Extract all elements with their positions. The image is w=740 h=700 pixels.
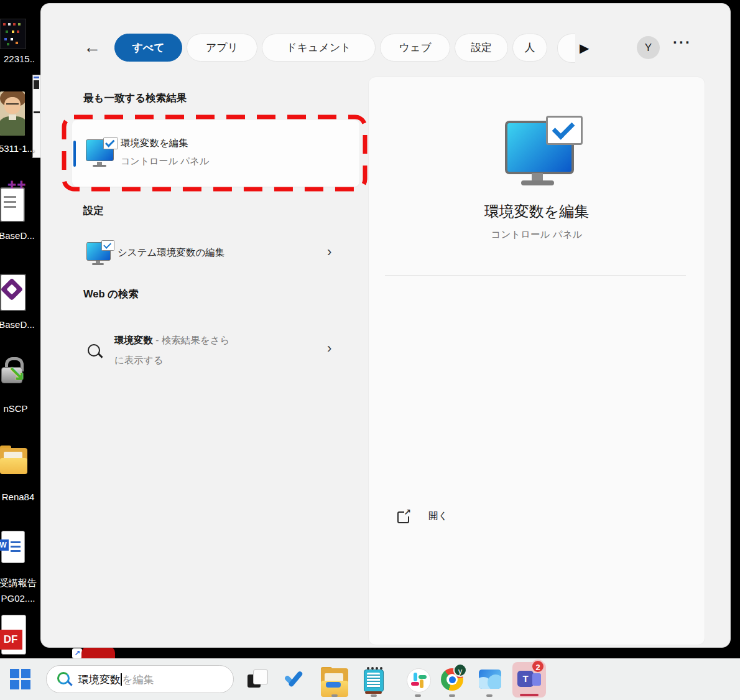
chevron-right-icon: › bbox=[327, 246, 331, 258]
settings-section-header: 設定 bbox=[83, 204, 104, 218]
desktop-icon-label: PG02.... bbox=[0, 593, 39, 604]
desktop-icon-source-file[interactable]: ✚✚ bbox=[0, 181, 29, 222]
task-view-button[interactable] bbox=[247, 670, 267, 689]
desktop-icon-winscp[interactable]: ↘ bbox=[0, 356, 29, 401]
search-icon bbox=[57, 672, 72, 687]
teams-icon: T bbox=[517, 671, 534, 687]
account-avatar[interactable]: Y bbox=[637, 36, 660, 59]
more-options-button[interactable]: ··· bbox=[673, 34, 691, 51]
web-search-section-header: Web の検索 bbox=[83, 287, 139, 301]
chevron-right-icon: › bbox=[327, 343, 331, 354]
tab-people[interactable]: 人 bbox=[512, 34, 547, 62]
open-action[interactable]: ↗ 開く bbox=[369, 289, 705, 320]
preview-pane: 環境変数を編集 コントロール パネル ↗ 開く bbox=[368, 77, 705, 645]
running-indicator bbox=[449, 694, 455, 697]
chrome-app-button[interactable]: y bbox=[441, 668, 465, 692]
desktop-icon-portrait[interactable] bbox=[0, 91, 25, 136]
web-search-query: 環境変数 bbox=[114, 335, 153, 345]
word-icon: W bbox=[0, 539, 9, 551]
notepad-app-button[interactable] bbox=[364, 667, 384, 694]
preview-title: 環境変数を編集 bbox=[369, 202, 705, 222]
slack-app-button[interactable] bbox=[407, 668, 431, 693]
settings-result-item[interactable]: システム環境変数の編集 › bbox=[72, 235, 359, 270]
active-app-indicator bbox=[520, 694, 539, 696]
settings-result-label: システム環境変数の編集 bbox=[118, 246, 224, 259]
back-button[interactable]: ← bbox=[83, 35, 101, 60]
pdf-icon: DF bbox=[0, 630, 22, 650]
open-external-icon: ↗ bbox=[397, 511, 409, 523]
typed-text: 環境変数 bbox=[78, 674, 121, 686]
web-search-suffix-2: に表示する bbox=[114, 355, 164, 365]
tab-documents[interactable]: ドキュメント bbox=[262, 34, 376, 62]
preview-subtitle: コントロール パネル bbox=[369, 228, 705, 241]
scroll-tabs-button[interactable]: ▶ bbox=[580, 36, 589, 60]
photos-app-button[interactable] bbox=[479, 670, 501, 689]
desktop-icon-label: BaseD... bbox=[0, 319, 37, 330]
tab-settings[interactable]: 設定 bbox=[455, 34, 508, 62]
desktop-icon-game[interactable] bbox=[0, 19, 26, 49]
green-arrow-icon: ↘ bbox=[7, 361, 25, 386]
search-icon bbox=[88, 344, 104, 360]
shortcut-arrow-icon: ↗ bbox=[72, 648, 82, 658]
web-search-result-item[interactable]: 環境変数 - 検索結果をさら に表示する › bbox=[72, 324, 359, 373]
teams-app-button[interactable]: T 2 bbox=[512, 662, 546, 698]
desktop-icon-visual-studio[interactable] bbox=[0, 270, 29, 311]
tab-web[interactable]: ウェブ bbox=[380, 34, 450, 62]
desktop-icon-label: Rena84 bbox=[0, 492, 39, 502]
web-search-suffix: - 検索結果をさら bbox=[153, 335, 229, 345]
search-filter-tabs: すべて アプリ ドキュメント ウェブ 設定 人 bbox=[114, 34, 547, 62]
teams-notification-badge: 2 bbox=[531, 660, 545, 673]
annotation-highlight-box bbox=[61, 114, 368, 192]
start-button[interactable] bbox=[10, 669, 31, 690]
running-indicator bbox=[486, 694, 493, 697]
plus-plus-icon: ✚✚ bbox=[7, 179, 27, 192]
search-flyout-panel: ← すべて アプリ ドキュメント ウェブ 設定 人 ▶ Y ··· 最も一致する… bbox=[40, 3, 731, 648]
divider bbox=[385, 275, 686, 276]
desktop-icon-label: 5311-1... bbox=[0, 143, 37, 154]
desktop-icon-label: 受講報告 bbox=[0, 577, 39, 589]
partial-desktop-icon[interactable] bbox=[81, 646, 115, 658]
chrome-profile-badge: y bbox=[453, 663, 467, 677]
running-indicator bbox=[415, 694, 421, 697]
tab-overflow-partial[interactable] bbox=[557, 34, 575, 63]
file-explorer-button[interactable] bbox=[321, 667, 348, 696]
tab-all[interactable]: すべて bbox=[114, 34, 182, 62]
desktop-icon-pdf[interactable]: DF bbox=[0, 615, 27, 658]
desktop-icon-word-document[interactable]: W bbox=[0, 531, 27, 572]
inline-suggestion: を編集 bbox=[122, 674, 154, 686]
todo-app-button[interactable] bbox=[284, 670, 307, 689]
desktop-icon-label: nSCP bbox=[0, 403, 36, 414]
running-indicator bbox=[331, 694, 338, 697]
running-indicator bbox=[371, 694, 377, 697]
desktop-icon-folder[interactable] bbox=[0, 446, 27, 475]
desktop-icon-label: 22315.. bbox=[0, 54, 40, 64]
taskbar-search-input[interactable]: 環境変数を編集 bbox=[78, 673, 154, 687]
open-label: 開く bbox=[428, 510, 448, 523]
best-match-header: 最も一致する検索結果 bbox=[83, 91, 187, 105]
tab-apps[interactable]: アプリ bbox=[187, 34, 257, 62]
desktop-icon-label: BaseD... bbox=[0, 230, 37, 241]
